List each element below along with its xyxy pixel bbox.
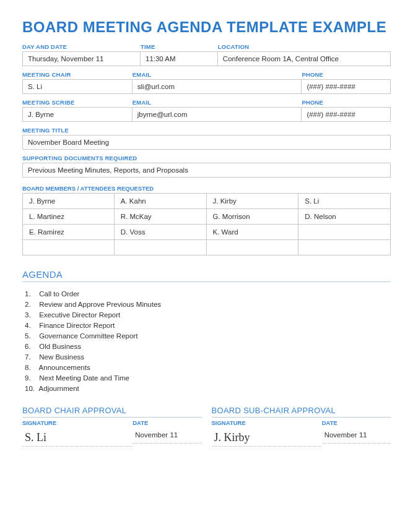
agenda-list: 1. Call to Order2. Review and Approve Pr…	[22, 288, 391, 393]
value-subchair-date: November 11	[322, 427, 391, 444]
chair-approval-block: BOARD CHAIR APPROVAL SIGNATURE S. Li DAT…	[22, 406, 202, 447]
attendee-cell: J. Byrne	[22, 193, 115, 209]
value-subchair-signature: J. Kirby	[212, 427, 322, 447]
attendee-cell: E. Ramirez	[22, 224, 115, 240]
label-chair-signature: SIGNATURE	[22, 418, 133, 427]
row-meeting-chair: MEETING CHAIR S. Li EMAIL sli@url.com PH…	[22, 70, 391, 94]
value-chair-phone: (###) ###-####	[302, 79, 391, 94]
agenda-item: 1. Call to Order	[25, 288, 391, 299]
agenda-item: 7. New Business	[25, 351, 391, 362]
agenda-item: 4. Finance Director Report	[25, 320, 391, 330]
attendee-cell	[298, 224, 391, 240]
value-scribe-phone: (###) ###-####	[302, 107, 391, 122]
value-chair-signature: S. Li	[22, 427, 133, 447]
value-chair-date: November 11	[133, 427, 201, 444]
label-attendees: BOARD MEMBERS / ATTENDEES REQUESTED	[22, 181, 391, 193]
agenda-item: 10. Adjournment	[25, 383, 391, 393]
attendee-grid: J. ByrneA. KahnJ. KirbyS. LiL. MartinezR…	[22, 193, 391, 255]
attendee-cell: D. Voss	[114, 224, 207, 240]
label-chair-phone: PHONE	[302, 70, 391, 79]
attendee-cell	[298, 239, 391, 255]
value-meeting-title: November Board Meeting	[22, 135, 391, 150]
agenda-item: 5. Governance Committee Report	[25, 330, 391, 341]
label-subchair-date: DATE	[322, 418, 391, 427]
attendee-cell: G. Morrison	[206, 208, 299, 225]
row-meeting-scribe: MEETING SCRIBE J. Byrne EMAIL jbyrne@url…	[22, 98, 391, 122]
chair-approval-title: BOARD CHAIR APPROVAL	[22, 406, 202, 418]
agenda-item: 8. Announcements	[25, 362, 391, 372]
value-chair-email: sli@url.com	[133, 79, 302, 94]
label-supporting-docs: SUPPORTING DOCUMENTS REQUIRED	[22, 153, 391, 163]
attendee-cell	[22, 239, 115, 255]
page-title: BOARD MEETING AGENDA TEMPLATE EXAMPLE	[22, 19, 391, 36]
agenda-item: 9. Next Meeting Date and Time	[25, 372, 391, 383]
agenda-item: 3. Executive Director Report	[25, 309, 391, 320]
attendee-cell: D. Nelson	[298, 208, 391, 225]
label-scribe-email: EMAIL	[133, 98, 302, 107]
row-supporting-docs: SUPPORTING DOCUMENTS REQUIRED Previous M…	[22, 153, 391, 178]
attendee-cell: A. Kahn	[114, 193, 207, 209]
attendee-cell: K. Ward	[206, 224, 299, 240]
label-time: TIME	[141, 42, 218, 51]
attendee-cell: R. McKay	[114, 208, 207, 225]
attendee-cell	[206, 239, 299, 255]
agenda-heading: AGENDA	[22, 269, 391, 282]
label-day-date: DAY AND DATE	[22, 42, 141, 51]
agenda-item: 2. Review and Approve Previous Minutes	[25, 299, 391, 309]
label-chair-email: EMAIL	[133, 70, 302, 79]
value-location: Conference Room 1A, Central Office	[218, 51, 391, 66]
label-scribe-phone: PHONE	[302, 98, 391, 107]
agenda-item: 6. Old Business	[25, 341, 391, 351]
value-time: 11:30 AM	[141, 51, 218, 66]
attendee-cell: J. Kirby	[206, 193, 299, 209]
value-scribe-name: J. Byrne	[22, 107, 133, 122]
attendee-cell	[114, 239, 207, 255]
attendee-cell: S. Li	[298, 193, 391, 209]
value-chair-name: S. Li	[22, 79, 133, 94]
subchair-approval-title: BOARD SUB-CHAIR APPROVAL	[212, 406, 391, 418]
label-subchair-signature: SIGNATURE	[212, 418, 322, 427]
label-meeting-scribe: MEETING SCRIBE	[22, 98, 133, 107]
row-meeting-title: MEETING TITLE November Board Meeting	[22, 126, 391, 150]
label-meeting-chair: MEETING CHAIR	[22, 70, 133, 79]
value-scribe-email: jbyrne@url.com	[133, 107, 302, 122]
label-meeting-title: MEETING TITLE	[22, 126, 391, 135]
subchair-approval-block: BOARD SUB-CHAIR APPROVAL SIGNATURE J. Ki…	[212, 406, 391, 447]
label-location: LOCATION	[218, 42, 391, 51]
value-supporting-docs: Previous Meeting Minutes, Reports, and P…	[22, 163, 391, 178]
row-day-time-location: DAY AND DATE Thursday, November 11 TIME …	[22, 42, 391, 66]
label-chair-date: DATE	[133, 418, 201, 427]
value-day-date: Thursday, November 11	[22, 51, 141, 66]
approval-row: BOARD CHAIR APPROVAL SIGNATURE S. Li DAT…	[22, 406, 391, 447]
attendee-cell: L. Martinez	[22, 208, 115, 225]
